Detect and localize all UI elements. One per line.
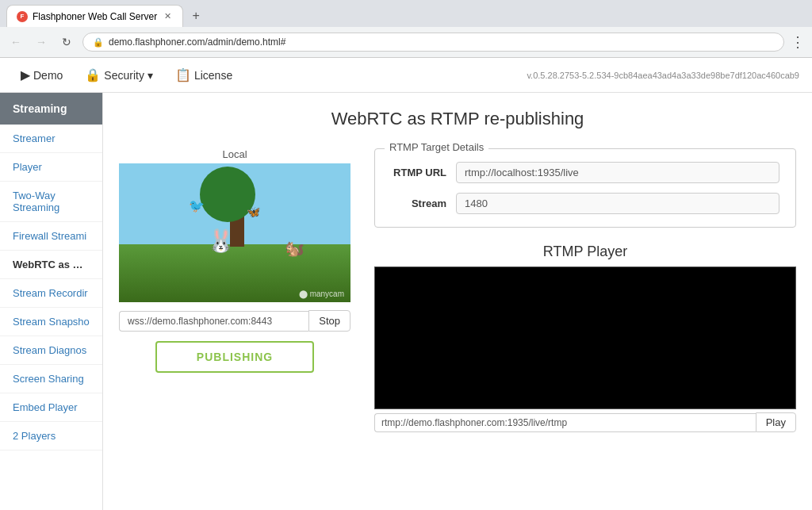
url-bar[interactable]: 🔒 demo.flashphoner.com/admin/demo.html# <box>82 33 784 52</box>
stream-controls: Stop <box>119 310 350 332</box>
sidebar-item-embed-player[interactable]: Embed Player <box>0 393 102 422</box>
rtmp-player <box>374 267 796 409</box>
publishing-button[interactable]: PUBLISHING <box>155 341 314 373</box>
stream-url-input[interactable] <box>119 311 308 332</box>
security-icon: 🔒 <box>85 67 101 82</box>
sidebar-item-player[interactable]: Player <box>0 153 102 182</box>
sidebar-item-screen-share[interactable]: Screen Sharing <box>0 365 102 393</box>
sidebar-item-stream-snap[interactable]: Stream Snapsho <box>0 308 102 336</box>
content-grid: Local 🐦 🦋 🐰 🐿️ ⬤ manycam St <box>119 148 796 432</box>
page-title: WebRTC as RTMP re-publishing <box>119 109 796 129</box>
player-url-input[interactable] <box>374 413 756 432</box>
lock-icon: 🔒 <box>93 37 104 48</box>
nav-security-label: Security <box>104 69 144 82</box>
right-panel: RTMP Target Details RTMP URL Stream RTMP… <box>374 148 796 432</box>
local-label: Local <box>119 148 350 160</box>
manycam-watermark: ⬤ manycam <box>299 290 344 298</box>
sidebar-item-firewall[interactable]: Firewall Streami <box>0 222 102 251</box>
rtmp-url-input[interactable] <box>456 162 779 183</box>
rtmp-details-panel: RTMP Target Details RTMP URL Stream <box>374 148 796 228</box>
tab-title: Flashphoner Web Call Server <box>33 11 157 22</box>
url-text: demo.flashphoner.com/admin/demo.html# <box>109 36 285 48</box>
tab-bar: F Flashphoner Web Call Server ✕ + <box>0 0 812 27</box>
new-tab-button[interactable]: + <box>186 6 205 25</box>
address-bar: ← → ↻ 🔒 demo.flashphoner.com/admin/demo.… <box>0 27 812 57</box>
license-icon: 📋 <box>175 67 191 82</box>
nav-license[interactable]: 📋 License <box>167 63 240 87</box>
main-layout: Streaming Streamer Player Two-WayStreami… <box>0 93 812 510</box>
sidebar-item-webrtc[interactable]: WebRTC as RTM <box>0 251 102 279</box>
app-navbar: ▶ Demo 🔒 Security ▾ 📋 License v.0.5.28.2… <box>0 58 812 93</box>
sidebar-item-two-players[interactable]: 2 Players <box>0 422 102 451</box>
chevron-down-icon: ▾ <box>147 69 153 82</box>
video-scene: 🐦 🦋 🐰 🐿️ ⬤ manycam <box>119 163 350 302</box>
rtmp-player-title: RTMP Player <box>374 243 796 260</box>
squirrel-icon: 🐿️ <box>285 239 304 258</box>
back-button[interactable]: ← <box>6 33 25 52</box>
player-url-bar: Play <box>374 412 796 432</box>
sidebar-item-stream-diag[interactable]: Stream Diagnos <box>0 336 102 365</box>
forward-button[interactable]: → <box>32 33 51 52</box>
active-tab[interactable]: F Flashphoner Web Call Server ✕ <box>6 5 183 27</box>
left-panel: Local 🐦 🦋 🐰 🐿️ ⬤ manycam St <box>119 148 350 432</box>
stream-input[interactable] <box>456 193 779 214</box>
refresh-button[interactable]: ↻ <box>57 33 76 52</box>
rtmp-url-field: RTMP URL <box>391 162 779 183</box>
play-button[interactable]: Play <box>756 412 796 432</box>
rtmp-url-label: RTMP URL <box>391 167 446 178</box>
sidebar: Streaming Streamer Player Two-WayStreami… <box>0 93 103 510</box>
sidebar-item-stream-rec[interactable]: Stream Recordir <box>0 279 102 308</box>
browser-menu-button[interactable]: ⋮ <box>791 33 806 51</box>
nav-security[interactable]: 🔒 Security ▾ <box>77 63 161 87</box>
nav-license-label: License <box>194 69 232 82</box>
character-icon: 🐰 <box>207 228 235 254</box>
version-text: v.0.5.28.2753-5.2.534-9cb84aea43ad4a3a33… <box>527 71 799 80</box>
browser-chrome: F Flashphoner Web Call Server ✕ + ← → ↻ … <box>0 0 812 58</box>
sidebar-item-two-way[interactable]: Two-WayStreaming <box>0 182 102 222</box>
rtmp-details-legend: RTMP Target Details <box>385 141 488 153</box>
sidebar-header: Streaming <box>0 93 102 125</box>
tab-close-button[interactable]: ✕ <box>162 11 173 22</box>
play-icon: ▶ <box>21 67 30 82</box>
video-preview: 🐦 🦋 🐰 🐿️ ⬤ manycam <box>119 163 350 302</box>
nav-demo-label: Demo <box>33 69 63 82</box>
stream-label: Stream <box>391 197 446 209</box>
bird-icon: 🐦 <box>189 198 205 213</box>
tab-favicon: F <box>17 11 28 22</box>
sidebar-item-streamer[interactable]: Streamer <box>0 125 102 153</box>
nav-demo[interactable]: ▶ Demo <box>13 63 71 87</box>
main-content: WebRTC as RTMP re-publishing Local 🐦 🦋 🐰… <box>103 93 812 510</box>
butterfly-icon: 🦋 <box>247 205 260 218</box>
stop-button[interactable]: Stop <box>308 310 350 332</box>
stream-field: Stream <box>391 193 779 214</box>
